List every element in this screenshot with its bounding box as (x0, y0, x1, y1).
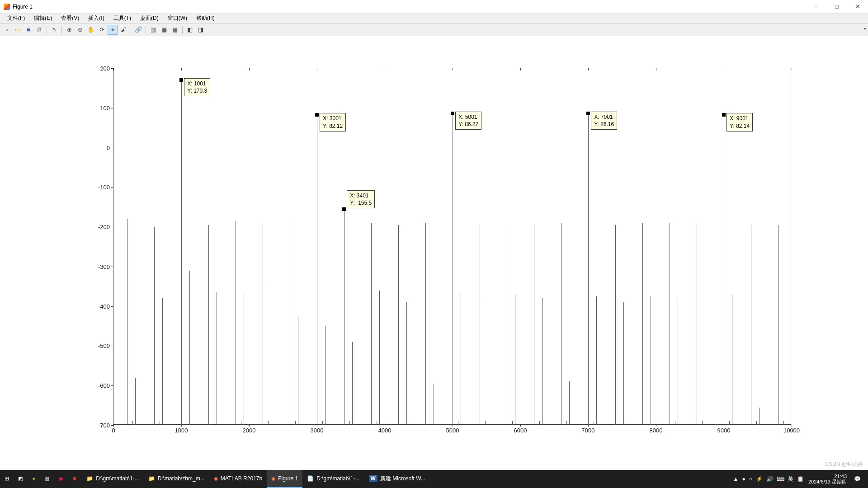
stem-line[interactable] (271, 286, 271, 425)
tray-icon[interactable]: ● (742, 476, 745, 482)
plot-tools-icon[interactable]: ▤ (170, 25, 180, 35)
zoom-out-icon[interactable]: ⊖ (75, 25, 85, 35)
stem-line[interactable] (759, 408, 760, 426)
stem-line[interactable] (135, 378, 136, 425)
stem-line[interactable] (566, 421, 567, 425)
rotate-icon[interactable]: ⟳ (97, 25, 107, 35)
stem-line[interactable] (322, 421, 323, 425)
taskbar-item[interactable]: ◉ (54, 470, 67, 488)
stem-line[interactable] (127, 219, 127, 425)
menu-view[interactable]: 查看(V) (57, 14, 84, 23)
stem-line[interactable] (132, 421, 133, 425)
menu-insert[interactable]: 插入(I) (84, 14, 108, 23)
stem-line[interactable] (371, 223, 372, 425)
stem-line[interactable] (488, 302, 488, 425)
taskbar-item[interactable]: ◆Figure 1 (267, 470, 302, 488)
stem-line[interactable] (298, 316, 298, 425)
datatip[interactable]: X: 5001Y: 86.27 (455, 112, 481, 130)
stem-line[interactable] (458, 421, 458, 425)
tray-icon[interactable]: 英 (788, 475, 793, 483)
insert-legend-icon[interactable]: ▦ (159, 25, 169, 35)
tray-icon[interactable]: ⌨ (777, 476, 784, 482)
stem-line[interactable] (615, 225, 616, 425)
stem-line[interactable] (263, 223, 263, 425)
stem-line[interactable] (241, 421, 241, 425)
print-icon[interactable]: ⎙ (34, 25, 44, 35)
stem-line[interactable] (732, 294, 732, 425)
stem-line[interactable] (651, 296, 651, 425)
stem-line[interactable] (515, 294, 515, 425)
taskbar-item[interactable]: 📄D:\gm\matlab\1-... (302, 470, 364, 488)
taskbar-item[interactable]: ● (28, 470, 40, 488)
stem-line[interactable] (670, 223, 670, 425)
taskbar-item[interactable]: ⊞ (0, 470, 14, 488)
undock-icon[interactable]: ◨ (196, 25, 206, 35)
menu-tools[interactable]: 工具(T) (109, 14, 136, 23)
stem-line[interactable] (214, 421, 214, 425)
datatip[interactable]: X: 3001Y: 82.12 (320, 113, 346, 131)
stem-line[interactable] (783, 421, 784, 425)
stem-line[interactable] (702, 421, 703, 425)
stem-line[interactable] (480, 225, 480, 425)
stem-line[interactable] (588, 113, 589, 425)
taskbar-item[interactable]: ▦ (40, 470, 54, 488)
stem-line[interactable] (181, 80, 182, 425)
datatip-marker[interactable] (315, 113, 319, 117)
stem-line[interactable] (724, 115, 724, 425)
tray-icon[interactable]: ⚡ (756, 476, 763, 482)
stem-line[interactable] (162, 298, 163, 425)
close-button[interactable]: ✕ (847, 0, 868, 14)
stem-line[interactable] (290, 221, 290, 425)
save-icon[interactable]: ■ (24, 25, 33, 35)
stem-line[interactable] (154, 227, 155, 425)
tray-icon[interactable]: 🔊 (766, 476, 773, 482)
minimize-button[interactable]: ─ (806, 0, 826, 14)
notification-icon[interactable]: 💬 (851, 476, 863, 482)
stem-line[interactable] (379, 291, 380, 425)
stem-line[interactable] (642, 223, 643, 425)
stem-line[interactable] (539, 421, 540, 425)
stem-line[interactable] (594, 421, 594, 425)
stem-line[interactable] (705, 381, 705, 425)
stem-line[interactable] (344, 209, 344, 425)
stem-line[interactable] (751, 225, 751, 425)
stem-line[interactable] (507, 225, 507, 425)
taskbar-item[interactable]: 📁D:\gm\matlab\1-... (82, 470, 143, 488)
axes[interactable]: -700-600-500-400-300-200-100010020001000… (113, 68, 791, 425)
new-figure-icon[interactable]: ▫ (2, 25, 12, 35)
datatip-marker[interactable] (451, 112, 454, 115)
stem-line[interactable] (453, 113, 453, 425)
stem-line[interactable] (561, 223, 561, 425)
stem-line[interactable] (675, 421, 675, 425)
stem-line[interactable] (756, 421, 757, 425)
stem-line[interactable] (236, 221, 236, 425)
menu-desktop[interactable]: 桌面(D) (136, 14, 163, 23)
stem-line[interactable] (648, 421, 648, 425)
stem-line[interactable] (534, 225, 534, 425)
stem-line[interactable] (244, 294, 244, 425)
tray-icon[interactable]: ○ (749, 476, 752, 482)
stem-line[interactable] (268, 421, 269, 425)
datatip[interactable]: X: 3401Y: -155.5 (347, 190, 375, 208)
stem-line[interactable] (697, 223, 697, 425)
zoom-in-icon[interactable]: ⊕ (64, 25, 74, 35)
toolbar-dropdown-icon[interactable]: ▾ (864, 26, 866, 31)
pan-icon[interactable]: ✋ (86, 25, 96, 35)
stem-line[interactable] (542, 298, 542, 425)
stem-line[interactable] (349, 421, 350, 425)
stem-line[interactable] (623, 302, 624, 425)
dock-icon[interactable]: ◧ (185, 25, 195, 35)
insert-colorbar-icon[interactable]: ▥ (148, 25, 158, 35)
stem-line[interactable] (406, 302, 407, 425)
menu-window[interactable]: 窗口(W) (163, 14, 192, 23)
taskbar-item[interactable]: ⏺ (67, 470, 82, 488)
stem-line[interactable] (729, 421, 730, 425)
stem-line[interactable] (189, 271, 190, 425)
datatip[interactable]: X: 7001Y: 86.16 (591, 112, 617, 130)
stem-line[interactable] (621, 421, 621, 425)
stem-line[interactable] (317, 115, 317, 425)
stem-line[interactable] (434, 384, 434, 425)
stem-line[interactable] (678, 298, 678, 425)
taskbar-clock[interactable]: 21:43 2024/6/13 星期四 (808, 474, 847, 484)
stem-line[interactable] (377, 421, 377, 425)
